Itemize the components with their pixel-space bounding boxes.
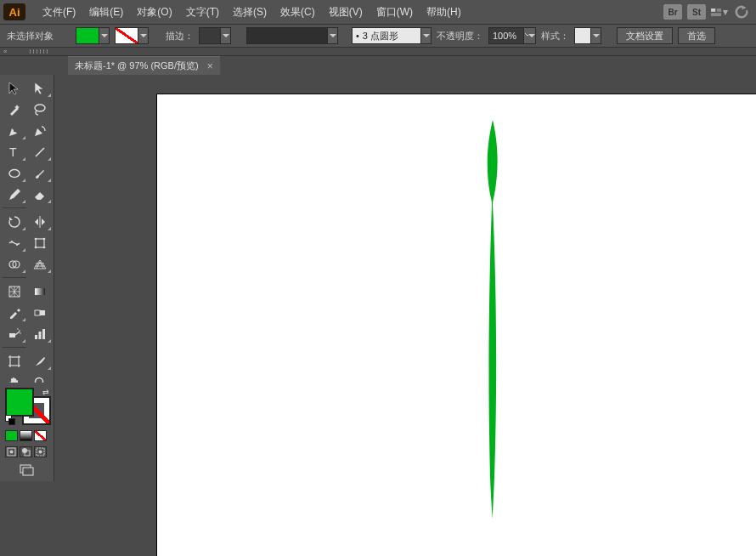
artwork-leaf-shape[interactable] bbox=[482, 120, 503, 519]
eraser-tool[interactable] bbox=[28, 184, 52, 204]
control-bar: 未选择对象 描边： • 3 点圆形 不透明度： 样式： 文档设置 首选 bbox=[0, 24, 756, 48]
blend-tool[interactable] bbox=[28, 303, 52, 322]
svg-rect-10 bbox=[36, 239, 44, 247]
chevron-down-icon[interactable] bbox=[99, 27, 110, 44]
color-mode-none[interactable] bbox=[34, 430, 47, 441]
svg-rect-19 bbox=[35, 310, 40, 315]
svg-rect-21 bbox=[9, 333, 15, 338]
paintbrush-tool[interactable] bbox=[28, 163, 52, 183]
type-tool[interactable]: T bbox=[3, 142, 26, 162]
curvature-tool[interactable] bbox=[28, 121, 52, 140]
mesh-tool[interactable] bbox=[3, 281, 26, 301]
free-transform-tool[interactable] bbox=[28, 233, 52, 252]
brush-definition-input[interactable] bbox=[246, 27, 328, 44]
svg-point-4 bbox=[14, 129, 15, 131]
pencil-tool[interactable] bbox=[3, 184, 26, 204]
color-mode-solid[interactable] bbox=[5, 430, 18, 441]
menu-object[interactable]: 对象(O) bbox=[130, 2, 178, 23]
fill-stroke-swatches[interactable]: ⇄ bbox=[5, 388, 51, 425]
rotate-tool[interactable] bbox=[3, 212, 26, 231]
perspective-grid-tool[interactable] bbox=[28, 254, 52, 274]
menu-type[interactable]: 文字(T) bbox=[179, 2, 226, 23]
svg-point-23 bbox=[17, 328, 19, 330]
menu-view[interactable]: 视图(V) bbox=[322, 2, 370, 23]
shape-builder-tool[interactable] bbox=[3, 254, 26, 274]
reflect-tool[interactable] bbox=[28, 212, 52, 231]
svg-rect-28 bbox=[10, 357, 19, 366]
eyedropper-tool[interactable] bbox=[3, 303, 26, 322]
graphic-style-control[interactable] bbox=[574, 27, 601, 44]
fill-color-control[interactable] bbox=[76, 27, 110, 44]
svg-point-22 bbox=[19, 330, 20, 332]
artboard[interactable] bbox=[156, 94, 756, 556]
stroke-color-control[interactable] bbox=[115, 27, 149, 44]
slice-tool[interactable] bbox=[28, 351, 52, 371]
menu-select[interactable]: 选择(S) bbox=[226, 2, 274, 23]
document-tab[interactable]: 未标题-1* @ 97% (RGB/预览) × bbox=[68, 56, 220, 75]
stroke-label: 描边： bbox=[166, 30, 194, 43]
menu-file[interactable]: 文件(F) bbox=[36, 2, 82, 23]
draw-behind-icon[interactable] bbox=[20, 446, 32, 457]
canvas-area[interactable] bbox=[54, 75, 756, 556]
opacity-popup-icon[interactable] bbox=[524, 27, 536, 44]
menu-edit[interactable]: 编辑(E) bbox=[82, 2, 130, 23]
svg-point-13 bbox=[35, 246, 37, 248]
document-setup-button[interactable]: 文档设置 bbox=[617, 27, 673, 44]
opacity-label: 不透明度： bbox=[437, 30, 483, 43]
svg-rect-20 bbox=[40, 310, 45, 315]
line-segment-tool[interactable] bbox=[28, 142, 52, 162]
document-tab-bar: 未标题-1* @ 97% (RGB/预览) × bbox=[0, 56, 756, 75]
svg-rect-26 bbox=[39, 332, 42, 339]
menu-window[interactable]: 窗口(W) bbox=[370, 2, 420, 23]
chevron-down-icon[interactable] bbox=[221, 27, 231, 44]
stock-badge[interactable]: St bbox=[687, 4, 706, 20]
svg-point-7 bbox=[9, 169, 20, 177]
preferences-button[interactable]: 首选 bbox=[678, 27, 715, 44]
direct-selection-tool[interactable] bbox=[28, 78, 52, 98]
document-tab-title: 未标题-1* @ 97% (RGB/预览) bbox=[75, 60, 199, 72]
style-label: 样式： bbox=[541, 30, 569, 43]
width-tool[interactable] bbox=[3, 233, 26, 252]
symbol-sprayer-tool[interactable] bbox=[3, 324, 26, 343]
default-fill-stroke-icon[interactable] bbox=[5, 415, 15, 425]
svg-rect-0 bbox=[711, 9, 715, 12]
brush-style-value: 3 点圆形 bbox=[363, 30, 398, 43]
fill-swatch[interactable] bbox=[5, 388, 34, 417]
gradient-tool[interactable] bbox=[28, 281, 52, 301]
stroke-weight-input[interactable] bbox=[199, 27, 221, 44]
svg-text:T: T bbox=[9, 145, 17, 159]
svg-point-24 bbox=[20, 332, 21, 334]
lasso-tool[interactable] bbox=[28, 99, 52, 119]
svg-line-6 bbox=[36, 148, 44, 156]
artboard-tool[interactable] bbox=[3, 351, 26, 371]
selection-tool[interactable] bbox=[3, 78, 26, 98]
draw-normal-icon[interactable] bbox=[5, 446, 18, 457]
pen-tool[interactable] bbox=[3, 121, 26, 140]
selection-status: 未选择对象 bbox=[7, 30, 54, 43]
draw-inside-icon[interactable] bbox=[34, 446, 47, 457]
chevron-down-icon[interactable] bbox=[328, 27, 338, 44]
svg-rect-38 bbox=[23, 468, 33, 475]
bridge-badge[interactable]: Br bbox=[663, 4, 682, 20]
workspace-switcher-icon[interactable]: ▾ bbox=[711, 4, 728, 20]
menu-help[interactable]: 帮助(H) bbox=[420, 2, 468, 23]
swap-fill-stroke-icon[interactable]: ⇄ bbox=[42, 388, 49, 396]
app-logo: Ai bbox=[3, 3, 25, 20]
panel-collapse-strip[interactable]: « bbox=[0, 48, 756, 56]
chevron-down-icon[interactable] bbox=[138, 27, 149, 44]
ellipse-tool[interactable] bbox=[3, 163, 26, 183]
menu-bar: Ai 文件(F) 编辑(E) 对象(O) 文字(T) 选择(S) 效果(C) 视… bbox=[0, 0, 756, 24]
column-graph-tool[interactable] bbox=[28, 324, 52, 343]
opacity-input[interactable] bbox=[488, 27, 524, 44]
svg-rect-1 bbox=[717, 9, 721, 12]
svg-point-12 bbox=[43, 237, 46, 240]
color-mode-gradient[interactable] bbox=[20, 430, 32, 441]
chevron-down-icon[interactable] bbox=[591, 27, 601, 44]
svg-rect-2 bbox=[711, 13, 721, 16]
close-tab-icon[interactable]: × bbox=[207, 60, 213, 72]
sync-icon[interactable] bbox=[733, 4, 750, 20]
screen-mode-icon[interactable] bbox=[5, 464, 48, 476]
chevron-down-icon[interactable] bbox=[421, 27, 432, 44]
magic-wand-tool[interactable] bbox=[3, 99, 26, 119]
menu-effect[interactable]: 效果(C) bbox=[274, 2, 322, 23]
